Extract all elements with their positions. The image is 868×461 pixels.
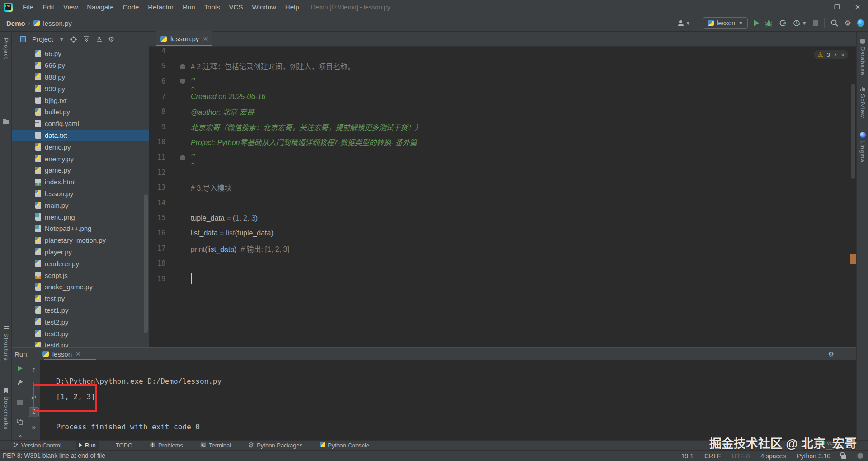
settings-gear-button[interactable]: ⚙ xyxy=(844,19,851,27)
breadcrumb-project[interactable]: Demo xyxy=(6,19,25,27)
panel-settings-button[interactable]: ⚙ xyxy=(828,351,834,358)
tree-item-demo-py[interactable]: demo.py xyxy=(12,141,149,153)
editor-tab-lesson[interactable]: lesson.py ✕ xyxy=(156,31,212,46)
editor-body[interactable]: 45# 2.注释：包括记录创建时间，创建人，项目名称。6'''7Created … xyxy=(149,47,856,347)
fold-marker-icon[interactable] xyxy=(180,63,185,69)
unlock-icon[interactable] xyxy=(841,455,846,459)
code-line-15[interactable]: 15tuple_data = (1, 2, 3) xyxy=(149,211,856,226)
code-line-7[interactable]: 7Created on 2025-06-16 xyxy=(149,89,856,104)
status-item-4-spaces[interactable]: 4 spaces xyxy=(760,452,786,460)
tool-button-structure[interactable]: Structure xyxy=(0,326,12,361)
menu-item-vcs[interactable]: VCS xyxy=(225,0,248,14)
close-tab-icon[interactable]: ✕ xyxy=(203,35,208,42)
tree-item-planetary-motion-py[interactable]: planetary_motion.py xyxy=(12,235,149,246)
console-line-3[interactable] xyxy=(56,404,856,419)
tree-item-renderer-py[interactable]: renderer.py xyxy=(12,258,149,269)
user-account-button[interactable]: ▼ xyxy=(677,19,691,27)
code-line-13[interactable]: 13# 3.导入模块 xyxy=(149,180,856,195)
tree-item-player-py[interactable]: player.py xyxy=(12,246,149,258)
tool-tab-version-control[interactable]: Version Control xyxy=(10,441,64,450)
tree-scrollbar[interactable] xyxy=(144,194,148,333)
close-tab-icon[interactable]: ✕ xyxy=(75,350,81,358)
console-line-4[interactable]: Process finished with exit code 0 xyxy=(56,419,856,435)
modify-run-configuration-button[interactable] xyxy=(15,378,25,387)
rerun-button[interactable] xyxy=(15,364,25,373)
code-line-5[interactable]: 5# 2.注释：包括记录创建时间，创建人，项目名称。 xyxy=(149,59,856,74)
tool-button-sciview[interactable]: SciView xyxy=(857,87,868,118)
status-item-crlf[interactable]: CRLF xyxy=(704,452,721,460)
code-line-6[interactable]: 6''' xyxy=(149,74,856,89)
breadcrumb-file[interactable]: lesson.py xyxy=(43,19,71,27)
status-item-utf-8[interactable]: UTF-8 xyxy=(732,452,750,460)
tool-button-bookmarks[interactable]: Bookmarks xyxy=(0,388,12,430)
restore-button[interactable]: ❐ xyxy=(826,0,847,14)
code-line-11[interactable]: 11''' xyxy=(149,150,856,165)
ai-assistant-button[interactable] xyxy=(857,19,864,27)
code-line-12[interactable]: 12 xyxy=(149,165,856,180)
tool-tab-todo[interactable]: TODO xyxy=(110,441,135,450)
panel-settings-button[interactable]: ⚙ xyxy=(108,36,114,42)
tree-item-test-py[interactable]: test.py xyxy=(12,293,149,305)
tree-item-test2-py[interactable]: test2.py xyxy=(12,316,149,328)
code-line-4[interactable]: 4 xyxy=(149,47,856,59)
code-line-14[interactable]: 14 xyxy=(149,195,856,211)
stop-button[interactable] xyxy=(813,20,818,26)
code-line-18[interactable]: 18 xyxy=(149,256,856,271)
more-actions-chevron[interactable]: » xyxy=(15,431,25,440)
hexagon-plugin-icon[interactable] xyxy=(857,453,863,459)
code-line-19[interactable]: 19 xyxy=(149,271,856,287)
collapse-all-button[interactable] xyxy=(96,36,103,42)
tree-item-index-html[interactable]: index.html xyxy=(12,176,149,188)
search-everywhere-button[interactable] xyxy=(830,19,839,27)
tool-button-lingma[interactable]: Lingma xyxy=(857,132,868,163)
tree-item-main-py[interactable]: main.py xyxy=(12,199,149,211)
menu-item-code[interactable]: Code xyxy=(118,0,143,14)
menu-item-view[interactable]: View xyxy=(59,0,82,14)
status-item-python-3-10[interactable]: Python 3.10 xyxy=(797,452,830,460)
tree-item-snake-game-py[interactable]: snake_game.py xyxy=(12,281,149,293)
tree-item-data-txt[interactable]: data.txt xyxy=(12,130,149,141)
code-line-9[interactable]: 9北京宏哥（微信搜索：北京宏哥，关注宏哥，提前解锁更多测试干货！） xyxy=(149,119,856,135)
menu-item-window[interactable]: Window xyxy=(247,0,280,14)
tool-tab-problems[interactable]: Problems xyxy=(147,441,186,450)
tree-item-script-js[interactable]: script.js xyxy=(12,269,149,281)
hide-panel-button[interactable]: — xyxy=(120,36,127,42)
tree-item-test1-py[interactable]: test1.py xyxy=(12,305,149,316)
locate-file-button[interactable] xyxy=(70,36,77,43)
close-button[interactable]: ✕ xyxy=(847,0,868,14)
project-view-selector[interactable]: Project xyxy=(32,35,53,43)
tree-item-666-py[interactable]: 666.py xyxy=(12,60,149,71)
code-line-8[interactable]: 8@author: 北京-宏哥 xyxy=(149,104,856,119)
more-actions-chevron[interactable]: » xyxy=(29,422,39,432)
run-configuration-select[interactable]: lesson ▼ xyxy=(703,17,748,29)
run-tab-lesson[interactable]: lesson ✕ xyxy=(40,348,84,360)
tool-tab-python-console[interactable]: Python Console xyxy=(317,441,372,450)
next-problem-icon[interactable]: ∨ xyxy=(841,52,844,58)
console-output[interactable]: D:\Python\python.exe D:/Demo/lesson.py[1… xyxy=(40,360,856,440)
menu-item-file[interactable]: File xyxy=(18,0,38,14)
tree-item-999-py[interactable]: 999.py xyxy=(12,83,149,94)
restore-layout-button[interactable] xyxy=(15,417,25,426)
code-line-10[interactable]: 10Project: Python零基础从入门到精通详细教程7-数据类型的转换-… xyxy=(149,135,856,150)
stop-process-button[interactable] xyxy=(15,397,25,406)
hide-panel-button[interactable]: — xyxy=(844,351,851,358)
tree-item-test3-py[interactable]: test3.py xyxy=(12,328,149,339)
menu-item-refactor[interactable]: Refactor xyxy=(143,0,178,14)
tree-item-test6-py[interactable]: test6.py xyxy=(12,339,149,347)
run-button[interactable] xyxy=(754,20,759,26)
menu-item-run[interactable]: Run xyxy=(178,0,200,14)
tree-item-66-py[interactable]: 66.py xyxy=(12,48,149,60)
tool-tab-run[interactable]: Run xyxy=(76,441,99,450)
tree-item-bjhg-txt[interactable]: bjhg.txt xyxy=(12,94,149,106)
tree-item-menu-png[interactable]: menu.png xyxy=(12,211,149,223)
tree-item-888-py[interactable]: 888.py xyxy=(12,71,149,83)
tool-tab-python-packages[interactable]: Python Packages xyxy=(245,441,305,450)
run-with-coverage-button[interactable]: ▼ xyxy=(793,19,807,27)
code-line-17[interactable]: 17print(list_data) # 输出: [1, 2, 3] xyxy=(149,241,856,256)
menu-item-help[interactable]: Help xyxy=(281,0,304,14)
tree-item-bullet-py[interactable]: bullet.py xyxy=(12,106,149,118)
status-item-19-1[interactable]: 19:1 xyxy=(681,452,693,460)
console-line-1[interactable]: D:\Python\python.exe D:/Demo/lesson.py xyxy=(56,374,856,389)
console-line-2[interactable]: [1, 2, 3] xyxy=(56,389,856,405)
debug-button[interactable] xyxy=(765,19,773,27)
